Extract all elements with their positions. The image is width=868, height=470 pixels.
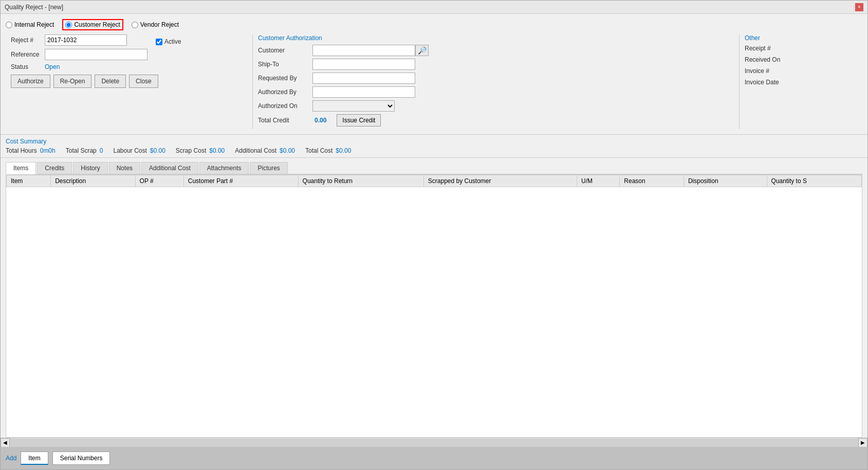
authorized-on-label: Authorized On bbox=[258, 102, 309, 110]
add-label[interactable]: Add bbox=[6, 455, 16, 462]
item-button[interactable]: Item bbox=[21, 451, 48, 465]
column-header-op-#: OP # bbox=[135, 175, 183, 187]
authorized-by-row: Authorized By bbox=[258, 86, 734, 98]
total-cost-item: Total Cost $0.00 bbox=[305, 147, 351, 154]
reject-number-row: Reject # bbox=[11, 34, 127, 46]
total-cost-value: $0.00 bbox=[336, 147, 351, 154]
active-label: Active bbox=[164, 38, 181, 45]
total-scrap-label: Total Scrap bbox=[66, 147, 97, 154]
cost-row: Total Hours 0m0h Total Scrap 0 Labour Co… bbox=[6, 147, 862, 154]
other-section: Other Receipt # Received On Invoice # In… bbox=[739, 34, 862, 129]
labour-cost-item: Labour Cost $0.00 bbox=[113, 147, 165, 154]
vendor-reject-label: Vendor Reject bbox=[140, 21, 179, 28]
authorized-on-row: Authorized On bbox=[258, 100, 734, 112]
active-checkbox-row: Active bbox=[156, 38, 181, 45]
total-hours-label: Total Hours bbox=[6, 147, 37, 154]
received-on-row: Received On bbox=[745, 56, 857, 63]
bottom-bar: Add Item Serial Numbers bbox=[1, 447, 867, 469]
scroll-left-arrow[interactable]: ◀ bbox=[1, 438, 10, 447]
ship-to-row: Ship-To bbox=[258, 59, 734, 70]
reference-input[interactable] bbox=[45, 49, 147, 60]
customer-reject-radio-label[interactable]: Customer Reject bbox=[62, 19, 123, 30]
tab-additional-cost[interactable]: Additional Cost bbox=[141, 162, 198, 174]
tab-credits[interactable]: Credits bbox=[37, 162, 72, 174]
receipt-row: Receipt # bbox=[745, 45, 857, 52]
ship-to-select-wrapper bbox=[312, 59, 415, 70]
customer-search-button[interactable]: 🔎 bbox=[415, 45, 429, 56]
tab-history[interactable]: History bbox=[73, 162, 107, 174]
table-area[interactable]: ItemDescriptionOP #Customer Part #Quanti… bbox=[6, 174, 862, 438]
invoice-date-row: Invoice Date bbox=[745, 79, 857, 86]
requested-by-row: Requested By bbox=[258, 73, 734, 84]
customer-auth-title: Customer Authorization bbox=[258, 34, 734, 42]
column-header-quantity-to-s: Quantity to S bbox=[767, 175, 861, 187]
total-credit-row: Total Credit 0.00 Issue Credit bbox=[258, 114, 734, 126]
tab-pictures[interactable]: Pictures bbox=[250, 162, 287, 174]
delete-button[interactable]: Delete bbox=[95, 75, 126, 88]
top-form-sections: Reject # Active Reference Status Open bbox=[6, 34, 862, 129]
requested-by-input[interactable] bbox=[312, 73, 415, 84]
scrap-cost-item: Scrap Cost $0.00 bbox=[176, 147, 225, 154]
horizontal-scrollbar[interactable]: ◀ ▶ bbox=[1, 438, 867, 447]
vendor-reject-radio-label[interactable]: Vendor Reject bbox=[132, 21, 179, 28]
status-row: Status Open bbox=[11, 63, 247, 70]
ship-to-label: Ship-To bbox=[258, 61, 309, 68]
form-area: Internal Reject Customer Reject Vendor R… bbox=[1, 14, 867, 134]
total-hours-value: 0m0h bbox=[40, 147, 56, 154]
additional-cost-label: Additional Cost bbox=[235, 147, 276, 154]
ship-to-select[interactable] bbox=[312, 59, 415, 70]
customer-row: Customer 🔎 bbox=[258, 45, 734, 56]
vendor-reject-radio[interactable] bbox=[132, 22, 138, 28]
requested-by-label: Requested By bbox=[258, 75, 309, 82]
additional-cost-item: Additional Cost $0.00 bbox=[235, 147, 295, 154]
issue-credit-button[interactable]: Issue Credit bbox=[337, 114, 381, 126]
active-checkbox[interactable] bbox=[156, 39, 162, 45]
internal-reject-label: Internal Reject bbox=[14, 21, 54, 28]
column-header-item: Item bbox=[7, 175, 51, 187]
total-credit-value: 0.00 bbox=[315, 117, 326, 124]
customer-label: Customer bbox=[258, 47, 309, 54]
labour-cost-label: Labour Cost bbox=[113, 147, 146, 154]
tab-items[interactable]: Items bbox=[6, 162, 36, 174]
close-window-button[interactable]: × bbox=[855, 3, 863, 11]
column-header-reason: Reason bbox=[620, 175, 684, 187]
customer-auth-section: Customer Authorization Customer 🔎 Ship-T… bbox=[252, 34, 739, 129]
items-table: ItemDescriptionOP #Customer Part #Quanti… bbox=[6, 175, 862, 187]
customer-select[interactable] bbox=[312, 45, 415, 56]
invoice-label: Invoice # bbox=[745, 67, 791, 75]
customer-reject-radio[interactable] bbox=[65, 22, 72, 28]
reject-number-input[interactable] bbox=[45, 34, 127, 46]
authorize-button[interactable]: Authorize bbox=[11, 75, 50, 88]
internal-reject-radio-label[interactable]: Internal Reject bbox=[6, 21, 54, 28]
internal-reject-radio[interactable] bbox=[6, 22, 12, 28]
cost-summary-title: Cost Summary bbox=[6, 138, 862, 145]
labour-cost-value: $0.00 bbox=[150, 147, 165, 154]
serial-numbers-button[interactable]: Serial Numbers bbox=[52, 451, 110, 465]
reject-number-label: Reject # bbox=[11, 37, 42, 44]
authorized-by-select[interactable] bbox=[312, 86, 415, 98]
authorized-by-select-wrapper bbox=[312, 86, 415, 98]
cost-summary-section: Cost Summary Total Hours 0m0h Total Scra… bbox=[1, 134, 867, 158]
scroll-right-arrow[interactable]: ▶ bbox=[858, 438, 867, 447]
window-title: Quality Reject - [new] bbox=[5, 4, 63, 11]
tabs-row: ItemsCreditsHistoryNotesAdditional CostA… bbox=[6, 162, 862, 174]
reopen-button[interactable]: Re-Open bbox=[53, 75, 92, 88]
scroll-track[interactable] bbox=[10, 439, 858, 447]
title-bar: Quality Reject - [new] × bbox=[1, 1, 867, 14]
received-on-label: Received On bbox=[745, 56, 791, 63]
close-button[interactable]: Close bbox=[129, 75, 158, 88]
additional-cost-value: $0.00 bbox=[280, 147, 295, 154]
tab-attachments[interactable]: Attachments bbox=[199, 162, 249, 174]
customer-reject-label: Customer Reject bbox=[74, 21, 120, 28]
left-section: Reject # Active Reference Status Open bbox=[6, 34, 252, 129]
receipt-label: Receipt # bbox=[745, 45, 791, 52]
invoice-row: Invoice # bbox=[745, 67, 857, 75]
total-scrap-item: Total Scrap 0 bbox=[66, 147, 103, 154]
column-header-scrapped-by-customer: Scrapped by Customer bbox=[423, 175, 577, 187]
column-header-customer-part-#: Customer Part # bbox=[183, 175, 298, 187]
authorized-on-select[interactable] bbox=[312, 100, 395, 112]
reject-type-group: Internal Reject Customer Reject Vendor R… bbox=[6, 19, 179, 30]
tab-notes[interactable]: Notes bbox=[109, 162, 140, 174]
reference-row: Reference bbox=[11, 49, 247, 60]
customer-select-wrapper: 🔎 bbox=[312, 45, 429, 56]
